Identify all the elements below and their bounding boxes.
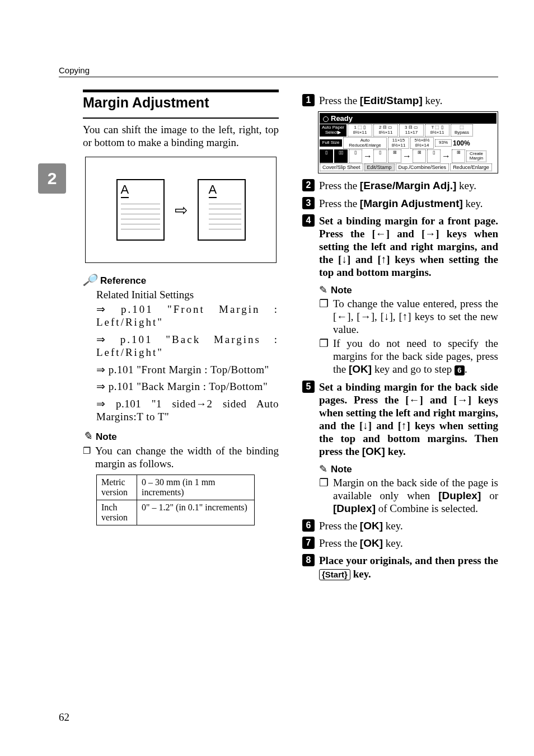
table-cell: 0 – 30 mm (in 1 mm increments)	[137, 475, 255, 500]
note-text: You can change the width of the binding …	[95, 445, 279, 471]
note-text: If you do not need to specify the margin…	[333, 337, 498, 376]
step-number: 1	[302, 94, 315, 106]
arrow-right-icon: ⇨	[175, 201, 188, 219]
step-number: 2	[302, 179, 315, 191]
note-icon: ✎	[83, 429, 92, 443]
note-label: Note	[331, 285, 352, 296]
bullet-icon: ❐	[83, 445, 91, 471]
lcd-screenshot: Ready Auto Paper Select▶ 1 ⬚ ▯8½×11 2 ⊟ …	[318, 111, 498, 173]
header-rule	[59, 77, 498, 77]
section-title: Margin Adjustment	[83, 95, 279, 111]
chapter-tab: 2	[38, 163, 66, 194]
left-column: Margin Adjustment You can shift the imag…	[83, 90, 279, 585]
step-number: 7	[302, 537, 315, 549]
right-column: 1 Press the [Edit/Stamp] key. Ready Auto…	[302, 90, 498, 585]
tab-reduce-enlarge[interactable]: Reduce/Enlarge	[450, 163, 492, 171]
note-text: Margin on the back side of the page is a…	[333, 476, 498, 515]
note-label: Note	[96, 431, 117, 443]
note-text: To change the value entered, press the […	[333, 297, 498, 336]
doc-after-icon: A	[198, 179, 246, 241]
table-cell: Inch version	[97, 500, 137, 525]
step-number: 3	[302, 197, 315, 209]
binding-margin-table: Metric version 0 – 30 mm (in 1 mm increm…	[96, 475, 255, 525]
step-text: Place your originals, and then press the…	[319, 554, 498, 580]
bullet-icon: ❐	[319, 476, 329, 515]
step-text: Set a binding margin for the back side p…	[319, 381, 498, 458]
step-number: 6	[302, 519, 315, 532]
tab-cover-slip[interactable]: Cover/Slip Sheet	[320, 163, 363, 171]
doc-before-icon: A	[116, 179, 165, 241]
step-number: 8	[302, 554, 315, 566]
table-cell: Metric version	[97, 475, 137, 500]
reference-label: Reference	[100, 275, 146, 287]
page-number: 62	[59, 711, 69, 724]
step-text: Press the [OK] key.	[319, 537, 403, 550]
note-icon: ✎	[319, 284, 327, 296]
table-cell: 0" – 1.2" (in 0.1" increments)	[137, 500, 255, 525]
bullet-icon: ❐	[319, 337, 329, 376]
reference-icon: 🔎	[83, 273, 97, 287]
step-number: 5	[302, 381, 315, 393]
step-number: 4	[302, 214, 315, 227]
reference-list: Related Initial Settings ⇒ p.101 "Front …	[83, 289, 279, 423]
margin-illustration: A ⇨ A	[85, 157, 277, 263]
note-icon: ✎	[319, 463, 327, 475]
bullet-icon: ❐	[319, 297, 329, 336]
tab-dup-combine[interactable]: Dup./Combine/Series	[396, 163, 449, 171]
step-text: Set a binding margin for a front page. P…	[319, 214, 498, 279]
tab-edit-stamp[interactable]: Edit/Stamp	[364, 163, 395, 171]
note-label: Note	[331, 464, 352, 475]
step-text: Press the [Erase/Margin Adj.] key.	[319, 179, 476, 192]
section-header: Copying	[59, 65, 90, 75]
intro-text: You can shift the image to the left, rig…	[83, 123, 279, 149]
step-text: Press the [Margin Adjustment] key.	[319, 197, 483, 210]
step-text: Press the [OK] key.	[319, 519, 403, 532]
step-text: Press the [Edit/Stamp] key.	[319, 94, 442, 107]
